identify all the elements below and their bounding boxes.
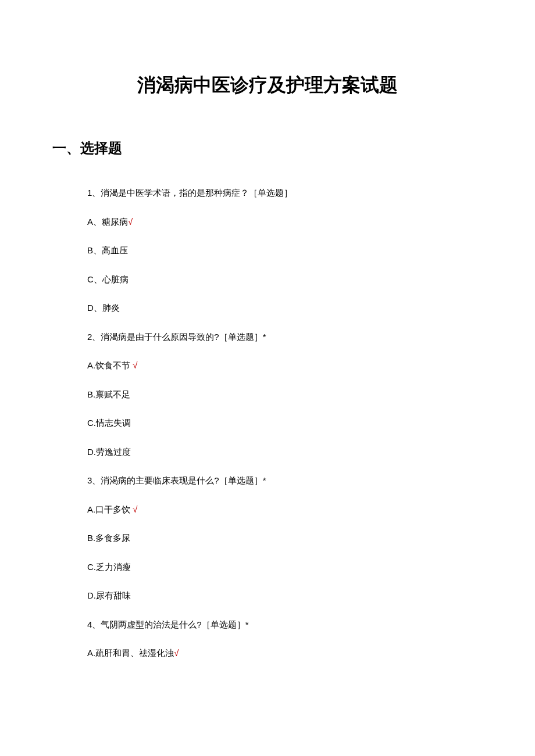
option-label: B.禀赋不足 bbox=[87, 389, 130, 399]
section-heading: 一、选择题 bbox=[52, 139, 535, 157]
question-stem: 3、消渴病的主要临床表现是什么?［单选题］* bbox=[87, 474, 535, 488]
option-label: B、高血压 bbox=[87, 245, 128, 255]
option: B.禀赋不足 bbox=[87, 388, 535, 402]
option-label: A.饮食不节 bbox=[87, 360, 130, 370]
check-mark-icon: √ bbox=[133, 360, 137, 370]
option: D、肺炎 bbox=[87, 302, 535, 315]
option-label: B.多食多尿 bbox=[87, 533, 130, 543]
content-area: 1、消渴是中医学术语，指的是那种病症？［单选题］ A、糖尿病√ B、高血压 C、… bbox=[87, 187, 535, 660]
option: A、糖尿病√ bbox=[87, 216, 535, 229]
option-label: A、糖尿病 bbox=[87, 217, 128, 227]
question-stem: 1、消渴是中医学术语，指的是那种病症？［单选题］ bbox=[87, 187, 535, 200]
option-label: D.劳逸过度 bbox=[87, 447, 131, 457]
option-label: A.疏肝和胃、祛湿化浊 bbox=[87, 648, 174, 658]
question-stem: 4、气阴两虚型的治法是什么?［单选题］* bbox=[87, 618, 535, 632]
option: D.尿有甜味 bbox=[87, 589, 535, 603]
option: B.多食多尿 bbox=[87, 532, 535, 545]
option-label: D.尿有甜味 bbox=[87, 590, 131, 600]
question-stem: 2、消渴病是由于什么原因导致的?［单选题］* bbox=[87, 331, 535, 344]
check-mark-icon: √ bbox=[128, 217, 133, 227]
option: C、心脏病 bbox=[87, 273, 535, 286]
option-label: D、肺炎 bbox=[87, 303, 120, 313]
option: D.劳逸过度 bbox=[87, 446, 535, 459]
option-label: C、心脏病 bbox=[87, 274, 129, 284]
option: A.饮食不节 √ bbox=[87, 359, 535, 372]
option-label: C.乏力消瘦 bbox=[87, 562, 131, 572]
option: C.乏力消瘦 bbox=[87, 561, 535, 574]
option: A.口干多饮 √ bbox=[87, 503, 535, 517]
option: B、高血压 bbox=[87, 244, 535, 257]
option-label: A.口干多饮 bbox=[87, 504, 130, 514]
option: A.疏肝和胃、祛湿化浊√ bbox=[87, 647, 535, 660]
check-mark-icon: √ bbox=[133, 504, 137, 514]
option-label: C.情志失调 bbox=[87, 418, 131, 428]
check-mark-icon: √ bbox=[174, 648, 179, 658]
option: C.情志失调 bbox=[87, 417, 535, 430]
document-title: 消渴病中医诊疗及护理方案试题 bbox=[0, 73, 535, 98]
